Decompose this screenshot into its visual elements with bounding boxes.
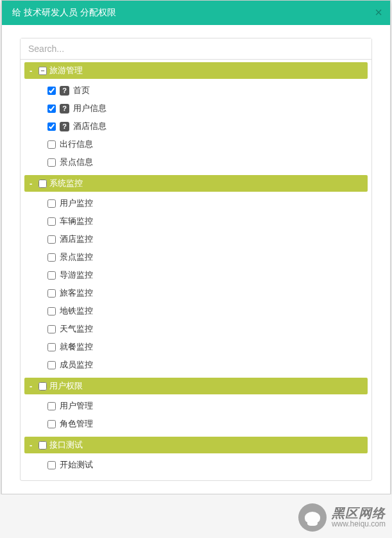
group-checkbox[interactable] <box>38 382 47 391</box>
tree-item[interactable]: 成员监控 <box>46 356 368 374</box>
item-label: 旅客监控 <box>60 287 93 299</box>
group-checkbox[interactable] <box>38 441 47 450</box>
group-header[interactable]: -−旅游管理 <box>24 62 368 79</box>
item-label: 首页 <box>73 85 90 96</box>
item-checkbox[interactable] <box>47 271 56 280</box>
tree-item[interactable]: 旅客监控 <box>46 284 368 302</box>
item-label: 酒店监控 <box>60 233 93 245</box>
collapse-toggle-icon[interactable]: - <box>30 382 36 391</box>
permission-modal: 给 技术研发人员 分配权限 × -−旅游管理?首页?用户信息?酒店信息出行信息景… <box>1 0 391 494</box>
tree-item[interactable]: 出行信息 <box>46 135 368 153</box>
tree-root: -−旅游管理?首页?用户信息?酒店信息出行信息景点信息-系统监控用户监控车辆监控… <box>21 60 371 480</box>
item-label: 角色管理 <box>60 418 93 430</box>
item-checkbox[interactable] <box>47 217 56 226</box>
tree-item[interactable]: 导游监控 <box>46 266 368 284</box>
group-checkbox[interactable] <box>38 180 47 188</box>
tree-item[interactable]: 用户管理 <box>46 397 368 415</box>
close-icon[interactable]: × <box>375 6 382 19</box>
item-label: 用户监控 <box>60 198 93 209</box>
item-label: 天气监控 <box>60 323 93 335</box>
item-checkbox[interactable] <box>47 361 56 369</box>
tree-group: -接口测试开始测试 <box>24 437 368 476</box>
tree-item[interactable]: ?首页 <box>46 81 368 99</box>
item-label: 景点监控 <box>60 251 93 263</box>
item-checkbox[interactable] <box>47 87 56 95</box>
item-label: 用户管理 <box>60 400 93 412</box>
tree-item[interactable]: 地铁监控 <box>46 302 368 320</box>
item-checkbox[interactable] <box>47 235 56 244</box>
group-children: 用户管理角色管理 <box>24 394 368 435</box>
indeterminate-checkbox-icon[interactable]: − <box>38 67 47 75</box>
item-label: 出行信息 <box>60 139 93 150</box>
item-label: 用户信息 <box>73 103 107 114</box>
item-label: 导游监控 <box>60 269 93 281</box>
item-label: 景点信息 <box>60 156 93 168</box>
item-checkbox[interactable] <box>47 343 56 351</box>
group-children: 开始测试 <box>24 453 368 476</box>
tree-item[interactable]: 酒店监控 <box>46 230 368 248</box>
item-checkbox[interactable] <box>47 105 56 113</box>
item-checkbox[interactable] <box>47 461 56 469</box>
help-icon: ? <box>60 104 69 113</box>
item-label: 开始测试 <box>60 459 93 471</box>
help-icon: ? <box>60 86 69 96</box>
group-children: ?首页?用户信息?酒店信息出行信息景点信息 <box>24 79 368 174</box>
tree-panel: -−旅游管理?首页?用户信息?酒店信息出行信息景点信息-系统监控用户监控车辆监控… <box>20 38 372 481</box>
item-label: 成员监控 <box>60 359 93 371</box>
tree-item[interactable]: ?用户信息 <box>46 99 368 117</box>
group-label: 接口测试 <box>49 439 83 451</box>
tree-item[interactable]: 车辆监控 <box>46 212 368 230</box>
tree-item[interactable]: 用户监控 <box>46 194 368 212</box>
item-checkbox[interactable] <box>47 158 56 167</box>
tree-group: -−旅游管理?首页?用户信息?酒店信息出行信息景点信息 <box>24 62 368 174</box>
collapse-toggle-icon[interactable]: - <box>30 441 36 450</box>
item-checkbox[interactable] <box>47 253 56 262</box>
group-header[interactable]: -用户权限 <box>24 378 368 394</box>
group-label: 系统监控 <box>49 178 83 189</box>
item-label: 车辆监控 <box>60 215 93 227</box>
item-checkbox[interactable] <box>47 140 56 149</box>
collapse-toggle-icon[interactable]: - <box>30 179 36 189</box>
item-label: 就餐监控 <box>60 341 93 353</box>
item-checkbox[interactable] <box>47 199 56 208</box>
item-checkbox[interactable] <box>47 289 56 298</box>
item-checkbox[interactable] <box>47 420 56 428</box>
item-checkbox[interactable] <box>47 122 56 131</box>
group-label: 旅游管理 <box>49 65 83 76</box>
tree-item[interactable]: 角色管理 <box>46 415 368 433</box>
group-label: 用户权限 <box>49 380 83 392</box>
item-checkbox[interactable] <box>47 307 56 315</box>
item-checkbox[interactable] <box>47 402 56 410</box>
tree-group: -系统监控用户监控车辆监控酒店监控景点监控导游监控旅客监控地铁监控天气监控就餐监… <box>24 175 368 376</box>
help-icon: ? <box>60 122 69 131</box>
tree-item[interactable]: 就餐监控 <box>46 338 368 356</box>
modal-header: 给 技术研发人员 分配权限 × <box>2 1 390 25</box>
tree-group: -用户权限用户管理角色管理 <box>24 378 368 435</box>
tree-item[interactable]: 景点信息 <box>46 153 368 171</box>
tree-item[interactable]: 天气监控 <box>46 320 368 338</box>
modal-body: -−旅游管理?首页?用户信息?酒店信息出行信息景点信息-系统监控用户监控车辆监控… <box>2 25 390 494</box>
item-label: 地铁监控 <box>60 305 93 317</box>
group-header[interactable]: -接口测试 <box>24 437 368 453</box>
item-label: 酒店信息 <box>73 121 107 132</box>
collapse-toggle-icon[interactable]: - <box>30 66 36 76</box>
tree-item[interactable]: 开始测试 <box>46 456 368 474</box>
group-children: 用户监控车辆监控酒店监控景点监控导游监控旅客监控地铁监控天气监控就餐监控成员监控 <box>24 192 368 376</box>
modal-title: 给 技术研发人员 分配权限 <box>12 7 116 17</box>
search-input[interactable] <box>21 38 371 60</box>
group-header[interactable]: -系统监控 <box>24 175 368 192</box>
tree-item[interactable]: 景点监控 <box>46 248 368 266</box>
item-checkbox[interactable] <box>47 325 56 333</box>
tree-item[interactable]: ?酒店信息 <box>46 117 368 135</box>
